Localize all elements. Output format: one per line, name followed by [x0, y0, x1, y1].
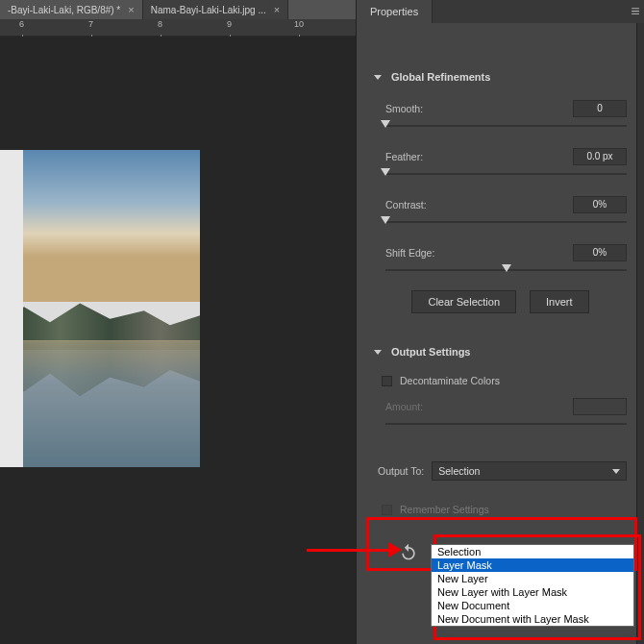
smooth-label: Smooth:: [385, 103, 423, 114]
close-icon[interactable]: ×: [274, 4, 280, 15]
contrast-slider[interactable]: [385, 217, 627, 229]
dropdown-option-new-layer-mask[interactable]: New Layer with Layer Mask: [432, 585, 633, 599]
smooth-slider[interactable]: [385, 121, 627, 133]
section-title: Global Refinements: [391, 71, 490, 83]
dropdown-option-new-document[interactable]: New Document: [432, 599, 633, 612]
feather-slider[interactable]: [385, 169, 627, 181]
horizontal-ruler: 6 7 8 9 10: [0, 19, 356, 37]
decontaminate-checkbox[interactable]: [382, 376, 392, 386]
ruler-tick: 6: [19, 19, 24, 29]
tab-label: -Bayi-Laki-Laki, RGB/8#) *: [8, 5, 120, 15]
ruler-tick: 7: [88, 19, 93, 29]
annotation-arrow: [307, 549, 396, 552]
section-header[interactable]: Output Settings: [374, 346, 627, 358]
shift-edge-value[interactable]: 0%: [573, 244, 627, 261]
section-header[interactable]: Global Refinements: [374, 71, 627, 83]
tab-label: Nama-Bayi-Laki-Laki.jpg ...: [151, 5, 266, 15]
invert-button[interactable]: Invert: [530, 290, 589, 313]
clear-selection-button[interactable]: Clear Selection: [411, 290, 516, 313]
panel-menu-icon[interactable]: ≡: [627, 3, 644, 20]
dropdown-selected: Selection: [438, 465, 480, 477]
output-to-label: Output To:: [378, 465, 424, 477]
shift-edge-slider[interactable]: [385, 265, 627, 277]
chevron-down-icon: [374, 350, 382, 355]
document-tab-2[interactable]: Nama-Bayi-Laki-Laki.jpg ... ×: [143, 0, 288, 19]
amount-slider: [385, 419, 627, 431]
amount-label: Amount:: [385, 401, 423, 412]
dropdown-option-layer-mask[interactable]: Layer Mask: [432, 558, 633, 572]
dropdown-option-new-document-mask[interactable]: New Document with Layer Mask: [432, 612, 633, 626]
section-title: Output Settings: [391, 346, 471, 358]
output-to-dropdown-list: Selection Layer Mask New Layer New Layer…: [431, 544, 634, 627]
chevron-down-icon: [612, 469, 620, 474]
close-icon[interactable]: ×: [128, 4, 134, 15]
amount-value: [573, 398, 627, 415]
contrast-value[interactable]: 0%: [573, 196, 627, 213]
contrast-label: Contrast:: [385, 199, 427, 211]
document-tab-1[interactable]: -Bayi-Laki-Laki, RGB/8#) * ×: [0, 0, 143, 19]
ruler-tick: 9: [227, 19, 232, 29]
document-image: [0, 150, 200, 467]
ruler-tick: 10: [294, 19, 304, 29]
ruler-tick: 8: [158, 19, 162, 29]
remember-checkbox[interactable]: [382, 505, 392, 515]
canvas-area[interactable]: [0, 37, 356, 644]
feather-label: Feather:: [385, 151, 423, 162]
chevron-down-icon: [374, 75, 382, 80]
dropdown-option-selection[interactable]: Selection: [432, 545, 633, 558]
remember-label: Remember Settings: [400, 504, 489, 515]
output-to-dropdown[interactable]: Selection: [432, 461, 627, 481]
annotation-arrow-head: [388, 542, 402, 557]
decontaminate-label: Decontaminate Colors: [400, 375, 500, 386]
shift-edge-label: Shift Edge:: [385, 247, 434, 259]
tab-properties[interactable]: Properties: [357, 0, 433, 23]
panel-tab-bar: Properties ≡: [357, 0, 644, 23]
image-edge: [0, 150, 23, 467]
smooth-value[interactable]: 0: [573, 100, 627, 117]
feather-value[interactable]: 0.0 px: [573, 148, 627, 165]
dropdown-option-new-layer[interactable]: New Layer: [432, 572, 633, 585]
global-refinements-section: Global Refinements Smooth: 0 Feather: 0.…: [357, 54, 644, 329]
